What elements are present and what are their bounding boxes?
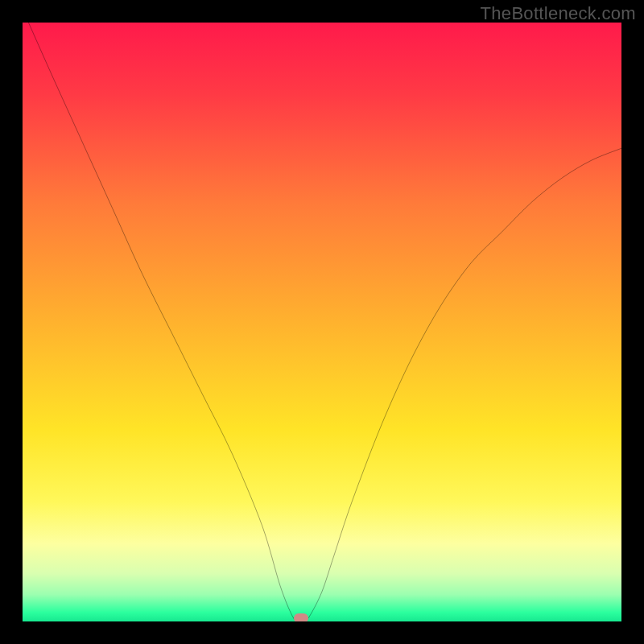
watermark-text: TheBottleneck.com [481,3,636,24]
bottleneck-curve [28,23,621,621]
plot-area [23,23,621,621]
chart-frame: TheBottleneck.com [0,0,644,644]
curve-layer [23,23,621,621]
minimum-marker [294,613,308,621]
